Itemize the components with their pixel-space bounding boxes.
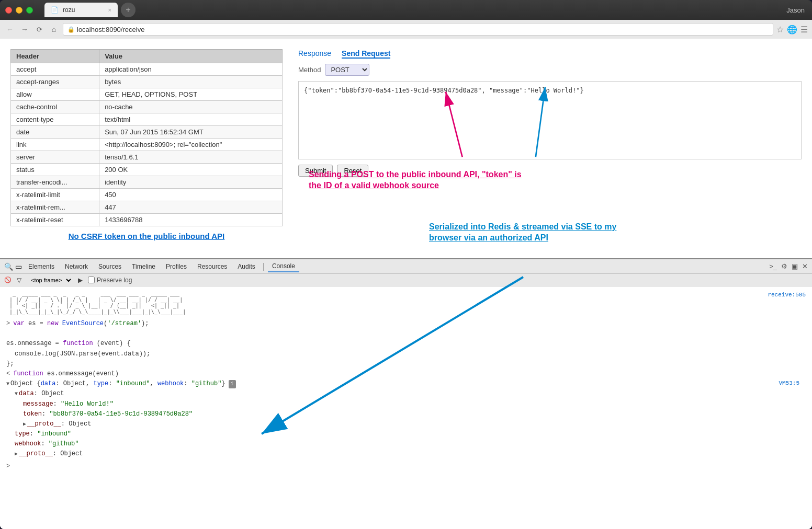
header-cell: accept bbox=[11, 63, 99, 76]
proto2-expand[interactable]: ▶ bbox=[15, 450, 18, 458]
token-property-text: token: "bb8bf370-0a54-11e5-9c1d-9389475d… bbox=[23, 409, 193, 419]
value-cell: identity bbox=[99, 176, 283, 189]
bookmark-icon[interactable]: ☆ bbox=[776, 25, 784, 34]
refresh-button[interactable]: ⟳ bbox=[33, 24, 45, 35]
send-request-tab[interactable]: Send Request bbox=[342, 49, 390, 59]
method-label: Method bbox=[298, 66, 321, 74]
value-cell: tenso/1.6.1 bbox=[99, 151, 283, 164]
code-line-2: es.onmessage = function (event) { bbox=[6, 339, 806, 349]
code-text: function es.onmessage(event) bbox=[13, 369, 119, 379]
request-body-text: {"token":"bb8bf370-0a54-11e5-9c1d-938947… bbox=[304, 87, 584, 94]
value-cell: application/json bbox=[99, 63, 283, 76]
message-property-text: messsage: "Hello World!" bbox=[23, 399, 114, 409]
preserve-log-checkbox[interactable] bbox=[88, 277, 95, 283]
table-row: x-ratelimit-limit450 bbox=[11, 189, 283, 201]
table-row: link<http://localhost:8090>; rel="collec… bbox=[11, 139, 283, 151]
table-row: acceptapplication/json bbox=[11, 63, 283, 76]
address-bar: ← → ⟳ ⌂ 🔒 localhost:8090/receive ☆ 🌐 ☰ bbox=[0, 20, 812, 39]
minimize-button[interactable] bbox=[16, 7, 22, 14]
frame-expand-icon[interactable]: ▶ bbox=[78, 277, 83, 284]
devtools-tab-profiles[interactable]: Profiles bbox=[162, 261, 191, 272]
devtools-tab-elements[interactable]: Elements bbox=[24, 261, 59, 272]
close-button[interactable] bbox=[5, 7, 12, 14]
webhook-property-line: webhook: "github" bbox=[15, 439, 806, 449]
devtools-tab-audits[interactable]: Audits bbox=[233, 261, 259, 272]
object-text: Object {data: Object, type: "inbound", w… bbox=[10, 379, 225, 389]
header-cell: link bbox=[11, 139, 99, 151]
col-header-value: Value bbox=[99, 50, 283, 63]
method-select[interactable]: POST GET PUT DELETE bbox=[325, 64, 369, 76]
type-property-line: type: "inbound" bbox=[15, 429, 806, 439]
preserve-log-label[interactable]: Preserve log bbox=[88, 277, 132, 284]
title-bar: 📄 rozu × + Jason bbox=[0, 0, 812, 20]
devtools-settings-icon[interactable]: ⚙ bbox=[781, 262, 787, 270]
devtools-layout-icon[interactable]: ▣ bbox=[792, 262, 798, 270]
devtools-tab-sources[interactable]: Sources bbox=[94, 261, 126, 272]
proto1-expand[interactable]: ▶ bbox=[23, 420, 26, 429]
devtools-tab-resources[interactable]: Resources bbox=[193, 261, 231, 272]
col-header-header: Header bbox=[11, 50, 99, 63]
tab-title: rozu bbox=[63, 6, 104, 14]
data-property-text: data: Object bbox=[19, 389, 64, 399]
code-line-3: console.log(JSON.parse(event.data)); bbox=[15, 349, 806, 359]
header-cell: allow bbox=[11, 88, 99, 101]
object-root-line: ▼ Object {data: Object, type: "inbound",… bbox=[6, 379, 806, 389]
request-body-display: {"token":"bb8bf370-0a54-11e5-9c1d-938947… bbox=[298, 81, 802, 159]
repl-result-arrow: < bbox=[6, 369, 10, 379]
new-tab-button[interactable]: + bbox=[121, 3, 136, 17]
browser-tab[interactable]: 📄 rozu × bbox=[44, 3, 118, 17]
devtools-tab-console[interactable]: Console bbox=[268, 261, 299, 272]
data-collapse-arrow[interactable]: ▼ bbox=[15, 390, 18, 398]
devtools-no-errors-icon: 🚫 bbox=[4, 277, 12, 283]
page-content: Header Value acceptapplication/jsonaccep… bbox=[0, 39, 812, 529]
webhook-property-text: webhook: "github" bbox=[15, 439, 78, 449]
header-cell: cache-control bbox=[11, 101, 99, 113]
response-tab[interactable]: Response bbox=[298, 49, 331, 59]
collapse-arrow[interactable]: ▼ bbox=[6, 380, 9, 388]
value-cell: bytes bbox=[99, 76, 283, 88]
devtools-tab-timeline[interactable]: Timeline bbox=[128, 261, 160, 272]
devtools-toolbar: 🔍 ▭ Elements Network Sources Timeline Pr… bbox=[0, 259, 812, 274]
toolbar-icons: ☆ 🌐 ☰ bbox=[776, 25, 808, 34]
forward-button[interactable]: → bbox=[19, 24, 30, 35]
lock-icon: 🔒 bbox=[67, 26, 75, 33]
repl-prompt-line: > bbox=[6, 462, 806, 472]
devtools-filter-icon[interactable]: ▽ bbox=[17, 277, 21, 284]
method-row: Method POST GET PUT DELETE bbox=[298, 64, 802, 76]
maximize-button[interactable] bbox=[26, 7, 33, 14]
devtools-cursor-icon[interactable]: ▭ bbox=[15, 262, 22, 271]
browser-window: 📄 rozu × + Jason ← → ⟳ ⌂ 🔒 localhost:809… bbox=[0, 0, 812, 529]
devtools-tab-network[interactable]: Network bbox=[61, 261, 92, 272]
repl-prompt: > bbox=[6, 463, 10, 470]
code-text: }; bbox=[6, 359, 14, 369]
right-panel: Response Send Request Method POST GET PU… bbox=[298, 49, 802, 248]
value-cell: 200 OK bbox=[99, 164, 283, 176]
devtools-close-icon[interactable]: ✕ bbox=[802, 262, 808, 270]
value-cell: 450 bbox=[99, 189, 283, 201]
message-property-line: messsage: "Hello World!" bbox=[23, 399, 806, 409]
code-text: console.log(JSON.parse(event.data)); bbox=[15, 349, 150, 359]
value-cell: text/html bbox=[99, 113, 283, 126]
frame-select[interactable]: <top frame> bbox=[27, 276, 73, 284]
separator: | bbox=[263, 262, 265, 271]
header-cell: x-ratelimit-limit bbox=[11, 189, 99, 201]
table-row: content-typetext/html bbox=[11, 113, 283, 126]
proto1-text: __proto__: Object bbox=[27, 419, 91, 429]
back-button[interactable]: ← bbox=[4, 24, 16, 35]
menu-icon[interactable]: ☰ bbox=[800, 25, 808, 34]
devtools-toolbar-icons: >_ ⚙ ▣ ✕ bbox=[769, 262, 808, 270]
code-text: var es = new EventSource('/stream'); bbox=[13, 319, 149, 329]
devtools-terminal-icon[interactable]: >_ bbox=[769, 262, 777, 270]
tab-bar: 📄 rozu × + bbox=[44, 3, 807, 17]
tab-close-icon[interactable]: × bbox=[108, 7, 111, 13]
traffic-lights bbox=[5, 7, 33, 14]
browser-page: Header Value acceptapplication/jsonaccep… bbox=[0, 39, 812, 258]
home-button[interactable]: ⌂ bbox=[48, 24, 60, 35]
globe-icon[interactable]: 🌐 bbox=[787, 25, 797, 34]
url-bar[interactable]: 🔒 localhost:8090/receive bbox=[63, 23, 773, 36]
devtools-search-icon[interactable]: 🔍 bbox=[4, 262, 13, 271]
object-output: VM53:5 ▼ Object {data: Object, type: "in… bbox=[6, 379, 806, 459]
url-text: localhost:8090/receive bbox=[77, 26, 144, 33]
header-cell: date bbox=[11, 126, 99, 139]
table-row: x-ratelimit-rem...447 bbox=[11, 201, 283, 214]
